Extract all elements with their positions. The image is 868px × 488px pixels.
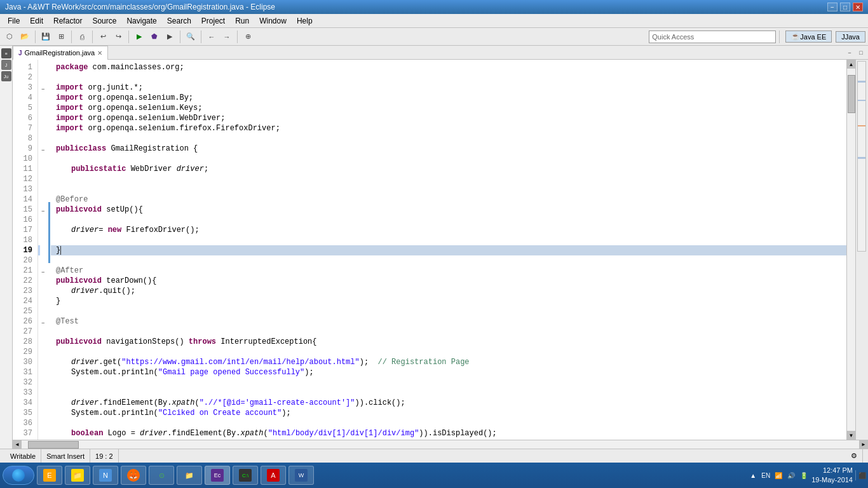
- taskbar-item-folder2[interactable]: 📁: [177, 466, 202, 485]
- tb-undo[interactable]: ↩: [96, 30, 110, 44]
- tb-print[interactable]: ⎙: [75, 30, 89, 44]
- menu-help[interactable]: Help: [292, 15, 318, 27]
- status-writable: Writable: [5, 449, 41, 463]
- tb-sep1: [35, 30, 36, 43]
- vertical-scrollbar[interactable]: ▲ ▼: [846, 60, 855, 440]
- code-line: driver = new FirefoxDriver();: [51, 225, 846, 235]
- code-line: [51, 255, 846, 266]
- taskbar-item-folder[interactable]: 📁: [65, 466, 90, 485]
- taskbar-item-firefox[interactable]: 🦊: [121, 466, 146, 485]
- tb-forward[interactable]: →: [220, 30, 234, 44]
- tb-sep2: [71, 30, 72, 43]
- java-perspective[interactable]: J Java: [836, 31, 865, 43]
- taskbar-item-terminal[interactable]: C:\: [233, 466, 258, 485]
- code-line: [51, 215, 846, 225]
- terminal-icon: C:\: [239, 469, 252, 482]
- code-line: @Before: [51, 194, 846, 205]
- scroll-right-arrow[interactable]: ►: [859, 440, 868, 449]
- taskbar-item-eclipse[interactable]: Ec: [205, 466, 230, 485]
- tb-save-all[interactable]: ⊞: [54, 30, 68, 44]
- show-desktop[interactable]: ⬛: [855, 470, 865, 480]
- maximize-button[interactable]: □: [840, 3, 850, 11]
- code-line: [51, 72, 846, 83]
- tb-open-type[interactable]: ⊕: [241, 30, 255, 44]
- explorer-icon: E: [43, 469, 56, 482]
- tb-coverage[interactable]: ▶: [163, 30, 177, 44]
- right-sidebar: [855, 60, 868, 440]
- system-clock[interactable]: 12:47 PM 19-May-2014: [811, 466, 853, 485]
- taskbar-item-app[interactable]: A: [261, 466, 286, 485]
- start-orb: [12, 469, 25, 482]
- scroll-thumb[interactable]: [848, 75, 855, 113]
- code-line: driver.quit();: [51, 286, 846, 296]
- horizontal-scrollbar[interactable]: ◄ ►: [13, 440, 868, 449]
- clock-time: 12:47 PM: [811, 466, 853, 475]
- eclipse-icon: Ec: [211, 469, 224, 482]
- horiz-track[interactable]: [22, 440, 859, 449]
- tray-up-arrow[interactable]: ▲: [748, 470, 758, 480]
- word-icon: W: [295, 469, 308, 482]
- tb-debug[interactable]: ⬟: [147, 30, 161, 44]
- editor-tab-gmail[interactable]: J GmailRegistration.java ✕: [13, 46, 108, 60]
- tb-run[interactable]: ▶: [132, 30, 146, 44]
- menu-navigate[interactable]: Navigate: [121, 15, 161, 27]
- menu-refactor[interactable]: Refactor: [48, 15, 87, 27]
- status-bar: Writable Smart Insert 19 : 2 ⚙: [0, 449, 868, 463]
- menu-run[interactable]: Run: [230, 15, 254, 27]
- menu-window[interactable]: Window: [254, 15, 292, 27]
- code-line: import org.junit.*;: [51, 83, 846, 93]
- tb-sep5: [180, 30, 180, 43]
- scroll-up-arrow[interactable]: ▲: [847, 60, 856, 69]
- editor-container: ≡ J Ju J GmailRegistration.java ✕ − □: [0, 46, 868, 449]
- scroll-down-arrow[interactable]: ▼: [847, 431, 856, 440]
- code-line: [51, 235, 846, 245]
- tb-save[interactable]: 💾: [39, 30, 53, 44]
- menu-file[interactable]: File: [3, 15, 25, 27]
- left-icon-2[interactable]: J: [1, 60, 11, 70]
- code-line: @After: [51, 266, 846, 276]
- code-line: public static WebDriver driver;: [51, 164, 846, 174]
- window-title: Java - A&WT ReWork/src/com/mainclasses/o…: [5, 3, 275, 11]
- tab-close-button[interactable]: ✕: [97, 50, 102, 57]
- quick-access-input[interactable]: Quick Access: [649, 30, 776, 43]
- scroll-track[interactable]: [847, 69, 855, 431]
- menu-source[interactable]: Source: [87, 15, 121, 27]
- code-line: import org.openqa.selenium.firefox.Firef…: [51, 123, 846, 133]
- maximize-editor[interactable]: □: [857, 48, 865, 57]
- code-line: [51, 154, 846, 164]
- tb-search[interactable]: 🔍: [184, 30, 198, 44]
- code-editor[interactable]: package com.mainclasses.org; import org.…: [51, 60, 846, 440]
- tb-open[interactable]: 📂: [18, 30, 32, 44]
- minimize-editor[interactable]: −: [845, 48, 854, 57]
- close-button[interactable]: ✕: [853, 3, 863, 11]
- tb-back[interactable]: ←: [205, 30, 219, 44]
- code-line: public class GmailRegistration {: [51, 144, 846, 154]
- code-line: [51, 388, 846, 398]
- code-line: public void tearDown(){: [51, 276, 846, 286]
- scroll-left-arrow[interactable]: ◄: [13, 440, 22, 449]
- status-insert-mode: Smart Insert: [41, 449, 90, 463]
- menu-edit[interactable]: Edit: [25, 15, 48, 27]
- taskbar-item-network[interactable]: N: [93, 466, 118, 485]
- java-ee-perspective[interactable]: ☕ Java EE: [785, 30, 832, 43]
- code-line: public void setUp(){: [51, 205, 846, 215]
- taskbar-item-explorer[interactable]: E: [37, 466, 62, 485]
- tray-battery-icon: 🔋: [799, 470, 809, 480]
- toolbar: ⬡ 📂 💾 ⊞ ⎙ ↩ ↪ ▶ ⬟ ▶ 🔍 ← → ⊕ Quick Access…: [0, 28, 868, 46]
- code-line: driver.findElement(By.xpath(".//*[@id='g…: [51, 398, 846, 408]
- taskbar: E 📁 N 🦊 ⊙ 📁 Ec C:\ A W ▲ EN 📶 🔊 🔋 12:47 …: [0, 463, 868, 488]
- taskbar-item-word[interactable]: W: [288, 466, 314, 485]
- left-icon-1[interactable]: ≡: [1, 48, 11, 58]
- tb-new[interactable]: ⬡: [3, 30, 17, 44]
- horiz-thumb[interactable]: [28, 441, 79, 449]
- folder2-icon: 📁: [183, 469, 196, 482]
- tb-redo[interactable]: ↪: [111, 30, 125, 44]
- taskbar-item-chrome[interactable]: ⊙: [149, 466, 174, 485]
- start-button[interactable]: [3, 466, 34, 485]
- minimize-button[interactable]: −: [827, 3, 837, 11]
- menu-search[interactable]: Search: [162, 15, 196, 27]
- tb-sep8: [779, 30, 780, 43]
- line-numbers: 1 2 3 4 5 6 7 8 9 10 11 12 13 14: [13, 60, 38, 440]
- menu-project[interactable]: Project: [196, 15, 230, 27]
- left-icon-3[interactable]: Ju: [1, 71, 11, 81]
